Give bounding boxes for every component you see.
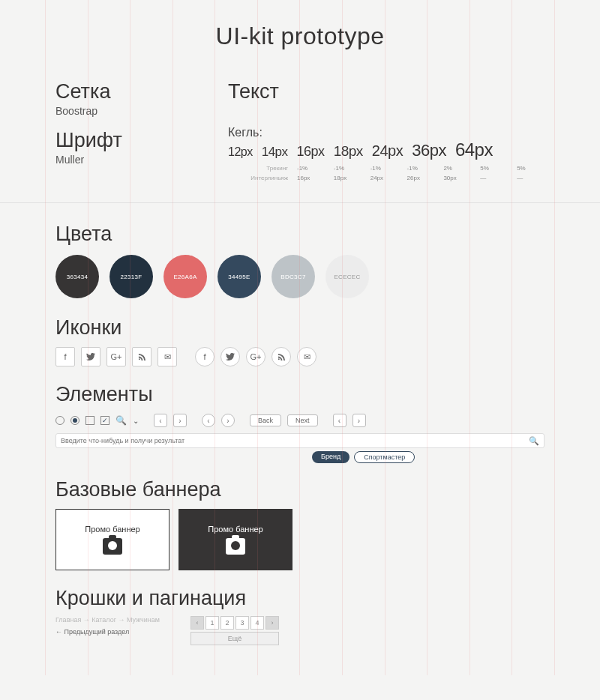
rss-circle-icon[interactable] xyxy=(272,347,291,366)
radio-empty[interactable] xyxy=(56,416,64,425)
crumbs-heading: Крошки и пагинация xyxy=(56,587,544,610)
font-heading: Шрифт xyxy=(56,129,198,152)
type-table: Трекинг -1%-1% -1%-1% 2%5% 5% Интерлинья… xyxy=(228,165,544,181)
radio-selected[interactable] xyxy=(70,416,80,425)
swatch-363434: 363434 xyxy=(56,255,99,298)
twitter-circle-icon[interactable] xyxy=(220,347,240,366)
tag-sportmaster[interactable]: Спортмастер xyxy=(354,451,415,463)
pagination: ‹ 1 2 3 4 › Ещё xyxy=(190,616,279,645)
banner-label: Промо баннер xyxy=(85,525,140,534)
search-field[interactable]: 🔍 xyxy=(56,433,544,448)
icons-heading: Иконки xyxy=(56,316,544,340)
facebook-circle-icon[interactable]: f xyxy=(195,347,214,366)
color-swatches: 363434 22313F E26A6A 34495E BDC3C7 ECECE… xyxy=(56,255,544,298)
google-plus-icon[interactable]: G+ xyxy=(106,347,126,366)
facebook-icon[interactable]: f xyxy=(56,347,75,366)
checkbox-empty[interactable] xyxy=(86,416,94,425)
banner-label: Промо баннер xyxy=(208,525,262,534)
mail-icon[interactable]: ✉ xyxy=(158,347,177,366)
tag-brand[interactable]: Бренд xyxy=(312,451,350,463)
swatch-bdc3c7: BDC3C7 xyxy=(272,255,315,298)
grid-heading: Сетка xyxy=(56,80,198,103)
swatch-e26a6a: E26A6A xyxy=(164,255,207,298)
promo-banner-dark[interactable]: Промо баннер xyxy=(178,509,292,570)
twitter-icon[interactable] xyxy=(81,347,100,366)
prev-square-button[interactable]: ‹ xyxy=(154,414,167,427)
colors-heading: Цвета xyxy=(56,223,544,246)
load-more-button[interactable]: Ещё xyxy=(190,632,279,645)
next-button[interactable]: Next xyxy=(287,414,318,426)
camera-icon xyxy=(226,538,245,555)
mail-circle-icon[interactable]: ✉ xyxy=(297,347,316,366)
back-link[interactable]: ← Предыдущий раздел xyxy=(56,628,168,636)
elements-heading: Элементы xyxy=(56,383,544,406)
banners-heading: Базовые баннера xyxy=(56,478,544,501)
next-alt-button[interactable]: › xyxy=(352,414,366,427)
rss-icon[interactable] xyxy=(132,347,152,366)
swatch-ececec: ECECEC xyxy=(326,255,369,298)
camera-icon xyxy=(103,538,122,555)
page-4[interactable]: 4 xyxy=(250,616,264,630)
search-input[interactable] xyxy=(61,437,529,444)
swatch-22313f: 22313F xyxy=(110,255,153,298)
promo-banner-light[interactable]: Промо баннер xyxy=(56,509,170,570)
page-1[interactable]: 1 xyxy=(206,616,219,630)
back-button[interactable]: Back xyxy=(250,414,281,426)
text-heading: Текст xyxy=(228,80,544,103)
google-plus-circle-icon[interactable]: G+ xyxy=(246,347,266,366)
page-2[interactable]: 2 xyxy=(220,616,234,630)
page-next[interactable]: › xyxy=(266,616,279,630)
prev-circle-button[interactable]: ‹ xyxy=(202,414,215,427)
kegl-label: Кегль: xyxy=(228,126,544,139)
search-icon[interactable]: 🔍 xyxy=(116,415,127,426)
next-square-button[interactable]: › xyxy=(173,414,187,427)
checkbox-checked[interactable] xyxy=(100,416,110,425)
page-title: UI-kit prototype xyxy=(56,22,544,50)
prev-alt-button[interactable]: ‹ xyxy=(333,414,346,427)
type-sizes: 12px 14px 16px 18px 24px 36px 64px xyxy=(228,139,544,160)
page-3[interactable]: 3 xyxy=(236,616,249,630)
font-sub: Muller xyxy=(56,154,198,166)
swatch-34495e: 34495E xyxy=(218,255,261,298)
divider xyxy=(0,202,600,203)
next-circle-button[interactable]: › xyxy=(221,414,235,427)
grid-sub: Boostrap xyxy=(56,105,198,117)
breadcrumb[interactable]: Главная → Каталог → Мужчинам xyxy=(56,616,168,624)
page-prev[interactable]: ‹ xyxy=(190,616,204,630)
chevron-down-icon[interactable]: ⌄ xyxy=(133,417,139,425)
search-submit-icon[interactable]: 🔍 xyxy=(529,436,539,446)
